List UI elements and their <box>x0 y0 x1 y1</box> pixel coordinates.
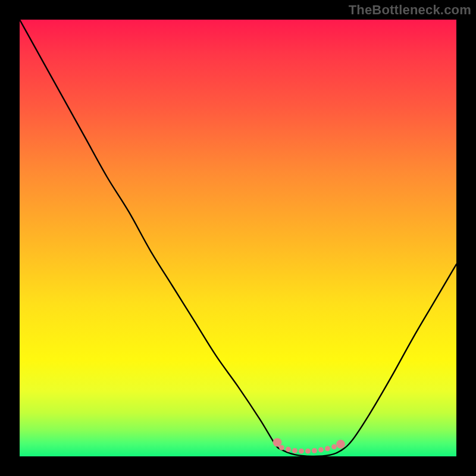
dotted-point <box>292 448 298 453</box>
dotted-point <box>299 449 304 454</box>
chart-svg <box>20 20 456 456</box>
plot-area <box>20 20 456 456</box>
chart-frame: TheBottleneck.com <box>0 0 476 476</box>
dotted-point <box>331 444 337 449</box>
watermark-text: TheBottleneck.com <box>349 2 471 18</box>
left-dot <box>273 438 282 447</box>
curve-line <box>20 20 456 456</box>
dotted-point <box>312 448 317 453</box>
right-dot <box>336 440 345 449</box>
dotted-point <box>305 449 311 454</box>
dotted-point <box>286 447 291 452</box>
dotted-point <box>325 446 330 451</box>
dotted-point <box>318 447 324 453</box>
